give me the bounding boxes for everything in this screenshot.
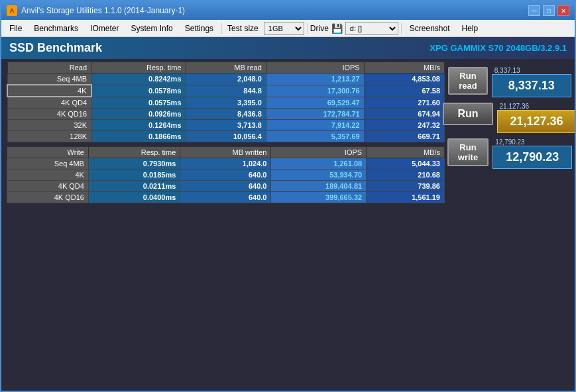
benchmark-content: Read Resp. time MB read IOPS MB/s Seq 4M…: [1, 59, 575, 392]
read-table-row: Seq 4MB0.8242ms2,048.01,213.274,853.08: [7, 74, 445, 85]
write-cell-3: 53,934.70: [271, 170, 367, 181]
read-cell-3: 172,784.71: [266, 109, 364, 120]
read-cell-1: 0.1264ms: [91, 120, 186, 131]
total-score-small: 21,127.36: [500, 103, 530, 110]
read-cell-3: 17,300.76: [266, 85, 364, 97]
read-row-label: 4K QD16: [7, 109, 91, 120]
menu-help[interactable]: Help: [457, 23, 484, 34]
write-cell-1: 0.0185ms: [88, 170, 180, 181]
write-cell-3: 189,404.81: [271, 181, 367, 192]
title-bar: A Anvil's Storage Utilities 1.1.0 (2014-…: [1, 1, 575, 20]
write-table-row: Seq 4MB0.7930ms1,024.01,261.085,044.33: [7, 158, 445, 170]
read-cell-2: 8,436.8: [186, 109, 266, 120]
read-cell-2: 3,395.0: [186, 97, 266, 109]
resp-time-col-header: Resp. time: [91, 62, 186, 74]
write-cell-4: 5,044.33: [367, 158, 445, 170]
read-row-label: 128K: [7, 131, 91, 142]
read-cell-1: 0.0926ms: [91, 109, 186, 120]
test-size-control: Test size 1GB 256MB 512MB 2GB 4GB: [227, 22, 304, 35]
read-row-label: Seq 4MB: [7, 74, 91, 85]
drive-icon: 💾: [331, 23, 343, 34]
write-section: Write Resp. time MB written IOPS MB/s Se…: [7, 146, 445, 203]
resp-time-write-col-header: Resp. time: [88, 147, 180, 158]
drive-info: XPG GAMMIX S70 2048GB/3.2.9.1: [430, 43, 567, 53]
write-table-row: 4K QD160.0400ms640.0399,665.321,561.19: [7, 192, 445, 203]
menu-separator-2: [307, 23, 308, 34]
menu-benchmarks[interactable]: Benchmarks: [29, 23, 84, 34]
read-cell-3: 5,357.69: [266, 131, 364, 142]
run-button[interactable]: Run: [443, 103, 492, 125]
main-area: SSD Benchmark XPG GAMMIX S70 2048GB/3.2.…: [1, 37, 575, 392]
menu-iometer[interactable]: IOmeter: [85, 23, 124, 34]
iops-read-col-header: IOPS: [266, 62, 364, 74]
read-cell-3: 1,213.27: [266, 74, 364, 85]
write-row-label: 4K: [7, 170, 89, 181]
window-controls: ─ □ ✕: [528, 5, 569, 16]
window-title: Anvil's Storage Utilities 1.1.0 (2014-Ja…: [21, 6, 528, 15]
menu-file[interactable]: File: [4, 23, 27, 34]
write-row-label: Seq 4MB: [7, 158, 89, 170]
minimize-button[interactable]: ─: [528, 5, 540, 16]
mb-written-col-header: MB written: [180, 147, 271, 158]
read-row-label: 32K: [7, 120, 91, 131]
write-cell-2: 640.0: [180, 192, 271, 203]
maximize-button[interactable]: □: [543, 5, 555, 16]
benchmark-title: SSD Benchmark: [9, 41, 102, 55]
write-cell-1: 0.0211ms: [88, 181, 180, 192]
write-row-label: 4K QD16: [7, 192, 89, 203]
write-cell-2: 640.0: [180, 181, 271, 192]
mbs-read-col-header: MB/s: [364, 62, 444, 74]
menu-bar: File Benchmarks IOmeter System Info Sett…: [1, 20, 575, 37]
read-cell-4: 669.71: [364, 131, 444, 142]
write-cell-4: 739.86: [367, 181, 445, 192]
read-cell-3: 69,529.47: [266, 97, 364, 109]
menu-separator-3: [401, 23, 402, 34]
write-table: Write Resp. time MB written IOPS MB/s Se…: [7, 146, 445, 203]
mbs-write-col-header: MB/s: [367, 147, 445, 158]
read-cell-1: 0.0578ms: [91, 85, 186, 97]
menu-sysinfo[interactable]: System Info: [125, 23, 178, 34]
total-score-block: Run 21,127.36 21,127.36: [450, 103, 569, 133]
benchmark-controls: Run read 8,337.13 8,337.13 Run 21,127.36…: [450, 62, 569, 391]
total-score-display: 21,127.36: [497, 110, 576, 133]
read-table-row: 4K QD160.0926ms8,436.8172,784.71674.94: [7, 109, 445, 120]
read-table-row: 4K QD40.0575ms3,395.069,529.47271.60: [7, 97, 445, 109]
run-write-button[interactable]: Run write: [447, 138, 489, 166]
write-score-block: Run write 12,790.23 12,790.23: [450, 138, 569, 169]
read-cell-1: 0.8242ms: [91, 74, 186, 85]
write-cell-1: 0.0400ms: [88, 192, 180, 203]
write-cell-4: 1,561.19: [367, 192, 445, 203]
close-button[interactable]: ✕: [557, 5, 569, 16]
read-cell-2: 3,713.8: [186, 120, 266, 131]
benchmark-header: SSD Benchmark XPG GAMMIX S70 2048GB/3.2.…: [1, 37, 575, 59]
read-table: Read Resp. time MB read IOPS MB/s Seq 4M…: [7, 62, 445, 142]
read-cell-2: 844.8: [186, 85, 266, 97]
read-cell-4: 271.60: [364, 97, 444, 109]
write-row-label: 4K QD4: [7, 181, 89, 192]
read-cell-4: 4,853.08: [364, 74, 444, 85]
read-col-header: Read: [7, 62, 91, 74]
read-cell-4: 674.94: [364, 109, 444, 120]
read-cell-2: 10,056.4: [186, 131, 266, 142]
write-cell-2: 1,024.0: [180, 158, 271, 170]
write-col-header: Write: [7, 147, 89, 158]
read-table-row: 128K0.1866ms10,056.45,357.69669.71: [7, 131, 445, 142]
write-cell-1: 0.7930ms: [88, 158, 180, 170]
write-cell-3: 399,665.32: [271, 192, 367, 203]
run-read-button[interactable]: Run read: [448, 67, 487, 95]
mb-read-col-header: MB read: [186, 62, 266, 74]
write-cell-2: 640.0: [180, 170, 271, 181]
menu-screenshot[interactable]: Screenshot: [404, 23, 455, 34]
write-cell-3: 1,261.08: [271, 158, 367, 170]
read-cell-2: 2,048.0: [186, 74, 266, 85]
write-table-row: 4K0.0185ms640.053,934.70210.68: [7, 170, 445, 181]
drive-select[interactable]: d: []: [345, 22, 398, 35]
menu-separator-1: [221, 23, 222, 34]
write-score-display: 12,790.23: [492, 146, 572, 169]
read-cell-1: 0.1866ms: [91, 131, 186, 142]
read-row-label: 4K QD4: [7, 97, 91, 109]
menu-settings[interactable]: Settings: [180, 23, 219, 34]
read-table-row: 4K0.0578ms844.817,300.7667.58: [7, 85, 445, 97]
test-size-select[interactable]: 1GB 256MB 512MB 2GB 4GB: [264, 22, 304, 35]
benchmark-tables: Read Resp. time MB read IOPS MB/s Seq 4M…: [7, 62, 445, 391]
